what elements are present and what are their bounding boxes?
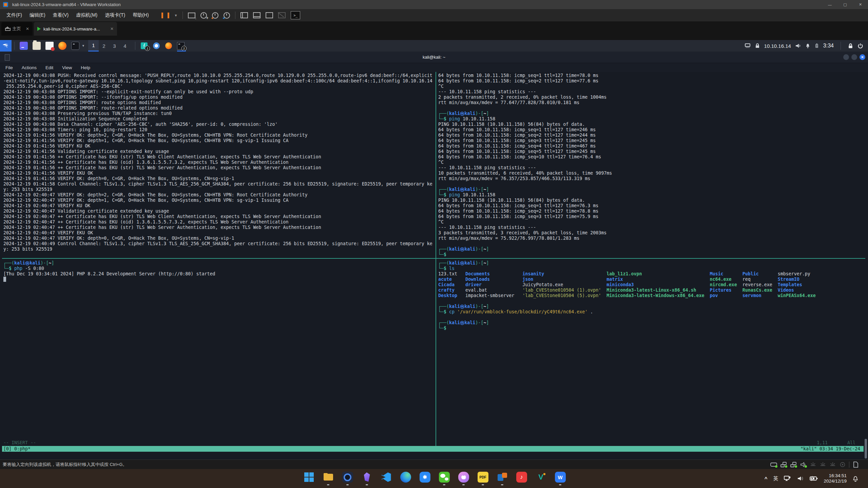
device-usb-icon[interactable] — [819, 462, 826, 468]
taskbar-file-explorer-icon[interactable] — [323, 471, 334, 486]
vmware-menu-item[interactable]: 选项卡(T) — [101, 12, 129, 18]
workspace-1[interactable]: 1 — [88, 40, 99, 52]
taskbar-wps-icon[interactable]: W — [555, 471, 566, 486]
taskbar-netease-music-icon[interactable]: ♪ — [516, 471, 527, 486]
power-dropdown-icon[interactable]: ▼ — [174, 14, 178, 17]
kali-applications-button[interactable] — [0, 40, 12, 52]
revert-snapshot-button[interactable] — [212, 12, 218, 19]
device-network-adapter-icon[interactable] — [780, 462, 787, 468]
show-library-button[interactable] — [240, 12, 248, 18]
power-button-icon[interactable] — [857, 43, 863, 49]
taskbar-edge-icon[interactable] — [400, 471, 411, 486]
vmware-menu-item[interactable]: 编辑(E) — [26, 12, 49, 18]
launcher-firefox-icon[interactable] — [58, 42, 66, 50]
tab-home-close-icon[interactable]: ✕ — [22, 26, 29, 31]
tray-power-manager-icon[interactable]: 2 — [140, 40, 149, 52]
taskbar-start-icon[interactable] — [303, 471, 314, 486]
tmux-horizontal-border[interactable] — [2, 258, 865, 259]
terminal-minimize-button[interactable] — [843, 54, 849, 60]
panel-clock[interactable]: 3:34 — [823, 43, 834, 49]
tmux-session-window[interactable]: [0] 0:php* — [2, 446, 31, 451]
tab-vm-close-icon[interactable]: ✕ — [107, 26, 114, 31]
taskbar-clash-cat-icon[interactable] — [458, 471, 469, 486]
terminal-titlebar[interactable]: kali@kali: ~ ✕ — [0, 52, 868, 63]
device-harddisk-icon[interactable] — [770, 462, 777, 468]
vpn-ip-label: 10.10.16.14 — [764, 43, 791, 49]
ethernet-icon[interactable] — [745, 43, 751, 48]
tray-network-icon[interactable] — [784, 475, 791, 482]
qq-icon: ✱ — [420, 472, 430, 483]
tray-chromium-icon[interactable] — [152, 40, 161, 52]
vmware-menu-item[interactable]: 虚拟机(M) — [72, 12, 101, 18]
volume-icon[interactable] — [795, 43, 801, 48]
vim-mode-indicator: -- INSERT -- — [3, 440, 36, 445]
pane-top-left[interactable]: 2024-12-19 00:43:08 PUSH: Received contr… — [3, 73, 435, 258]
manage-snapshots-button[interactable] — [224, 12, 230, 19]
take-snapshot-button[interactable] — [200, 12, 207, 19]
launcher-file-manager-icon[interactable] — [33, 42, 41, 50]
show-thumbnail-bar-button[interactable] — [253, 12, 261, 18]
fullscreen-button[interactable] — [266, 12, 273, 18]
taskbar-vmware-icon[interactable] — [497, 471, 508, 486]
taskbar-pdf-reader-icon[interactable]: PDF — [477, 471, 488, 486]
pane-bottom-left[interactable]: ┌──(kali㉿kali)-[~] └─$ php -S 0:80 [Thu … — [3, 260, 435, 438]
launcher-text-editor-icon[interactable] — [45, 42, 54, 50]
running-indicator — [327, 484, 329, 485]
window-close-button[interactable]: ✕ — [853, 0, 868, 9]
terminal-menu-item[interactable]: Edit — [45, 65, 53, 70]
device-usb-icon[interactable] — [829, 462, 836, 468]
workspace-2[interactable]: 2 — [99, 40, 109, 52]
taskbar-v2ray-icon[interactable]: V — [535, 471, 546, 486]
vpn-lock-icon[interactable] — [755, 43, 760, 48]
vmware-menu-item[interactable]: 帮助(H) — [129, 12, 152, 18]
terminal-maximize-button[interactable] — [851, 54, 857, 60]
screen-lock-icon[interactable] — [848, 43, 853, 49]
taskbar-obsidian-icon[interactable] — [361, 471, 372, 486]
start-icon — [304, 472, 314, 483]
terminal-close-button[interactable]: ✕ — [860, 54, 865, 60]
tray-terminal-icon[interactable]: 2 — [176, 40, 185, 52]
tray-notifications-bell-icon[interactable] — [852, 475, 859, 482]
pane-bottom-right[interactable]: ┌──(kali㉿kali)-[~] └─$ ls 123.txt Docume… — [438, 260, 864, 438]
vmware-message-icon[interactable] — [852, 462, 859, 468]
tmux-vertical-border[interactable] — [436, 72, 436, 446]
suspend-vm-button[interactable] — [161, 13, 169, 18]
terminal-scrollbar[interactable] — [865, 439, 867, 458]
terminal-menu-item[interactable]: Actions — [22, 65, 37, 70]
tray-input-language[interactable]: 英 — [773, 475, 778, 482]
workspace-3[interactable]: 3 — [109, 40, 120, 52]
send-ctrl-alt-del-button[interactable] — [188, 13, 195, 18]
workspace-4[interactable]: 4 — [120, 40, 130, 52]
terminal-menu-item[interactable]: File — [5, 65, 13, 70]
tab-vm-kali[interactable]: kali-linux-2024.3-vmware-a... ✕ — [34, 22, 117, 36]
launcher-terminal-icon[interactable] — [71, 42, 79, 50]
terminal-menu-item[interactable]: Help — [81, 65, 90, 70]
tray-volume-icon[interactable] — [797, 475, 804, 482]
statusbar-separator — [849, 462, 849, 468]
tray-firefox-icon[interactable] — [164, 40, 173, 52]
running-indicator — [346, 484, 349, 485]
window-maximize-button[interactable]: ▢ — [837, 0, 853, 9]
launcher-dropdown-icon[interactable]: ▼ — [82, 44, 85, 47]
device-usb-icon[interactable] — [810, 462, 816, 468]
terminal-menu-item[interactable]: View — [62, 65, 72, 70]
tray-clock[interactable]: 16:34:51 2024/12/19 — [824, 473, 847, 484]
vmware-menu-item[interactable]: 查看(V) — [49, 12, 73, 18]
device-cdrom-icon[interactable] — [839, 462, 846, 468]
tray-hidden-icons-chevron[interactable]: ^ — [765, 476, 768, 482]
vmware-menu-item[interactable]: 文件(F) — [3, 12, 26, 18]
device-network-adapter2-icon[interactable] — [790, 462, 797, 468]
console-view-button[interactable]: >_ — [291, 11, 300, 19]
window-minimize-button[interactable]: — — [822, 0, 837, 9]
device-sound-icon[interactable] — [800, 462, 807, 468]
pane-top-right[interactable]: 64 bytes from 10.10.11.158: icmp_seq=1 t… — [438, 73, 864, 258]
tab-home[interactable]: 主页 ✕ — [1, 22, 33, 36]
battery-icon[interactable] — [814, 43, 819, 48]
launcher-qterminal-icon[interactable] — [20, 42, 28, 50]
taskbar-qq-icon[interactable]: ✱ — [419, 471, 430, 486]
taskbar-wechat-icon[interactable] — [439, 471, 450, 486]
taskbar-vscode-icon[interactable] — [381, 471, 392, 486]
notifications-bell-icon[interactable] — [805, 43, 810, 48]
taskbar-clash-icon[interactable] — [342, 471, 353, 486]
tray-battery-icon[interactable] — [810, 476, 818, 481]
